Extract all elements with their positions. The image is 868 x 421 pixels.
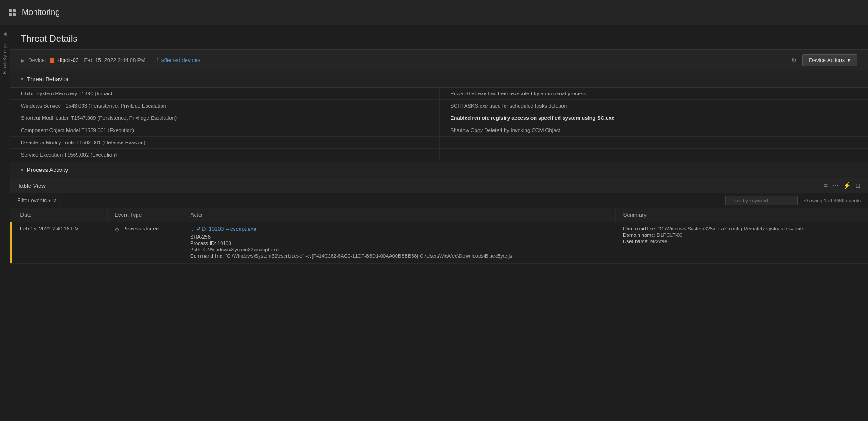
actor-pid-value: PID: 10100 -- cscript.exe	[196, 226, 256, 232]
summary-user-label: User name:	[623, 239, 649, 244]
top-bar: Monitoring	[0, 0, 868, 25]
table-view-label: Table View	[17, 182, 46, 189]
affected-devices-count[interactable]: 1 affected devices	[157, 57, 201, 64]
filter-events-button[interactable]: Filter events ▾ ∨	[17, 197, 57, 204]
actor-cmdline-line: Command line: "C:\Windows\System32\cscri…	[190, 253, 608, 259]
event-type-gear-icon: ⚙	[114, 226, 120, 233]
device-row-right: ↻ Device Actions ▾	[791, 54, 857, 66]
threat-behavior-row: Shortcut Modification T1547.009 (Persist…	[10, 112, 868, 124]
showing-count: Showing 1 of 3669 events	[803, 198, 861, 203]
event-actor: ⌄ PID: 10100 -- cscript.exe SHA-256: Pro…	[183, 222, 616, 264]
more-options-icon[interactable]: ⋯	[832, 182, 839, 189]
filter-keyword-input[interactable]	[725, 196, 798, 205]
filter-divider: |	[60, 197, 62, 204]
threat-cell-right[interactable]	[439, 149, 868, 161]
actor-sha-line: SHA-256:	[190, 234, 608, 240]
event-summary: Command line: "C:\Windows\System32\sc.ex…	[616, 222, 868, 264]
filter-events-label: Filter events	[17, 197, 47, 204]
event-type-label: Process started	[123, 226, 159, 231]
summary-domain-label: Domain name:	[623, 232, 656, 238]
device-actions-button[interactable]: Device Actions ▾	[802, 54, 857, 66]
process-activity-chevron-icon: ▾	[21, 167, 23, 172]
process-activity-section-header[interactable]: ▾ Process Activity	[10, 162, 868, 178]
summary-user-value: McAfee	[650, 239, 667, 244]
actor-process-id-label: Process ID:	[190, 240, 216, 246]
threat-cell-right[interactable]: PowerShell.exe has been executed by an u…	[439, 88, 868, 99]
threat-cell-right[interactable]: SCHTASKS.exe used for scheduled tasks de…	[439, 100, 868, 112]
threat-cell-left[interactable]: Shortcut Modification T1547.009 (Persist…	[10, 112, 439, 124]
grid-view-icon[interactable]: ⊞	[855, 182, 861, 189]
monitoring-icon	[7, 8, 17, 18]
device-name: dlpclt-03	[58, 57, 78, 64]
col-date: Date	[13, 208, 107, 222]
summary-domain-line: Domain name: DLPCLT-03	[623, 232, 861, 238]
actor-pid-chevron-icon: ⌄	[190, 226, 195, 232]
summary-cmdline-value: "C:\Windows\System32\sc.exe" config Remo…	[658, 226, 804, 231]
threat-behavior-row: Component Object Model T1559.001 (Execut…	[10, 124, 868, 137]
threat-behavior-row: Inhibit System Recovery T1490 (Impact) P…	[10, 88, 868, 100]
table-row[interactable]: Feb 15, 2022 2:40:18 PM ⚙ Process starte…	[10, 222, 868, 264]
device-actions-chevron-icon: ▾	[848, 57, 850, 64]
process-activity-title: Process Activity	[27, 166, 68, 173]
threat-cell-left[interactable]: Component Object Model T1559.001 (Execut…	[10, 124, 439, 136]
threat-cell-right[interactable]	[439, 137, 868, 148]
sidebar: ◀ BlackByte.js	[0, 25, 10, 421]
summary-user-line: User name: McAfee	[623, 239, 861, 244]
row-severity-indicator	[10, 222, 12, 263]
device-date: Feb 15, 2022 2:44:08 PM	[84, 57, 145, 64]
event-type: ⚙ Process started	[107, 222, 183, 264]
page-header: Threat Details	[10, 25, 868, 50]
actor-sha-label: SHA-256:	[190, 234, 212, 240]
threat-behavior-content: Inhibit System Recovery T1490 (Impact) P…	[10, 88, 868, 161]
threat-cell-left[interactable]: Service Execution T1569.002 (Execution)	[10, 149, 439, 161]
col-event-type: Event Type	[107, 208, 183, 222]
filter-left: Filter events ▾ ∨ |	[17, 197, 138, 204]
filter-events-chevrons-icon: ▾ ∨	[48, 197, 56, 204]
col-actor: Actor	[183, 208, 616, 222]
actor-path-label: Path:	[190, 247, 202, 252]
device-actions-label: Device Actions	[809, 57, 845, 64]
actor-process-id-line: Process ID: 10100	[190, 240, 608, 246]
sidebar-toggle[interactable]: ◀	[0, 29, 10, 39]
svg-rect-0	[9, 9, 12, 12]
chart-view-icon[interactable]: ⚡	[843, 182, 851, 189]
main-layout: ◀ BlackByte.js Threat Details ▶ Device: …	[0, 25, 868, 421]
table-view-icons: ≡ ⋯ ⚡ ⊞	[824, 182, 861, 189]
page-title: Threat Details	[21, 34, 857, 44]
threat-behavior-chevron-icon: ▾	[21, 77, 23, 82]
device-label: Device:	[28, 57, 46, 64]
process-activity-section: ▾ Process Activity Table View ≡ ⋯ ⚡ ⊞ Fi…	[10, 162, 868, 264]
svg-rect-3	[13, 13, 16, 16]
event-date: Feb 15, 2022 2:40:18 PM	[13, 222, 107, 264]
actor-pid: ⌄ PID: 10100 -- cscript.exe	[190, 226, 608, 232]
filter-right: Showing 1 of 3669 events	[725, 196, 861, 205]
threat-cell-left[interactable]: Windows Service T1543.003 (Persistence, …	[10, 100, 439, 112]
threat-cell-left[interactable]: Disable or Modify Tools T1562.001 (Defen…	[10, 137, 439, 148]
list-view-icon[interactable]: ≡	[824, 182, 828, 189]
filter-bar: Filter events ▾ ∨ | Showing 1 of 3669 ev…	[10, 193, 868, 208]
actor-path-value: C:\Windows\System32\cscript.exe	[203, 247, 279, 252]
device-row: ▶ Device: dlpclt-03 Feb 15, 2022 2:44:08…	[10, 50, 868, 71]
svg-rect-2	[9, 13, 12, 16]
threat-cell-left[interactable]: Inhibit System Recovery T1490 (Impact)	[10, 88, 439, 99]
summary-domain-value: DLPCLT-03	[657, 232, 683, 238]
actor-cmdline-label: Command line:	[190, 253, 224, 259]
events-table: Date Event Type Actor Summary Feb 15, 20…	[10, 208, 868, 264]
threat-behavior-section-header[interactable]: ▾ Threat Behavior	[10, 71, 868, 88]
summary-cmdline-line: Command line: "C:\Windows\System32\sc.ex…	[623, 226, 861, 231]
threat-behavior-row: Service Execution T1569.002 (Execution)	[10, 149, 868, 161]
summary-cmdline-label: Command line:	[623, 226, 657, 231]
svg-rect-1	[13, 9, 16, 12]
filter-text-input[interactable]	[65, 197, 138, 204]
threat-cell-right[interactable]: Shadow Copy Deleted by Invoking COM Obje…	[439, 124, 868, 136]
device-chevron-icon[interactable]: ▶	[21, 58, 25, 63]
threat-cell-right[interactable]: Enabled remote registry access on specif…	[439, 112, 868, 124]
threat-behavior-row: Windows Service T1543.003 (Persistence, …	[10, 100, 868, 112]
actor-path-line: Path: C:\Windows\System32\cscript.exe	[190, 247, 608, 252]
actor-cmdline-value: "C:\Windows\System32\cscript.exe" -e:{F4…	[225, 253, 512, 259]
device-row-left: ▶ Device: dlpclt-03 Feb 15, 2022 2:44:08…	[21, 57, 791, 64]
device-status-indicator	[50, 58, 54, 63]
threat-behavior-row: Disable or Modify Tools T1562.001 (Defen…	[10, 137, 868, 149]
refresh-icon[interactable]: ↻	[791, 57, 797, 64]
table-header-row: Date Event Type Actor Summary	[10, 208, 868, 222]
